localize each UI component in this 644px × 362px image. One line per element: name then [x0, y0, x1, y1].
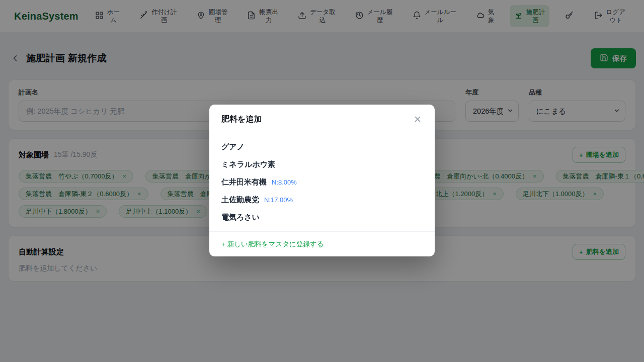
modal-title: 肥料を追加 [221, 114, 262, 125]
fertilizer-list-item[interactable]: ミネラルホウ素 [209, 156, 435, 173]
fertilizer-list-item[interactable]: グアノ [209, 138, 435, 156]
fertilizer-list-item[interactable]: 仁井田米有機 N:8.00% [209, 173, 435, 191]
register-new-fertilizer-link[interactable]: + 新しい肥料をマスタに登録する [221, 240, 324, 248]
fertilizer-list-item[interactable]: 電気ろさい [209, 209, 435, 226]
fertilizer-list: グアノ ミネラルホウ素 仁井田米有機 N:8.00% 土佐勤農党 N:17.00… [209, 133, 435, 231]
fertilizer-list-item[interactable]: 土佐勤農党 N:17.00% [209, 191, 435, 209]
add-fertilizer-modal: 肥料を追加 ✕ グアノ ミネラルホウ素 仁井田米有機 N:8.00% 土佐勤農党… [209, 105, 435, 256]
close-icon[interactable]: ✕ [413, 114, 423, 125]
